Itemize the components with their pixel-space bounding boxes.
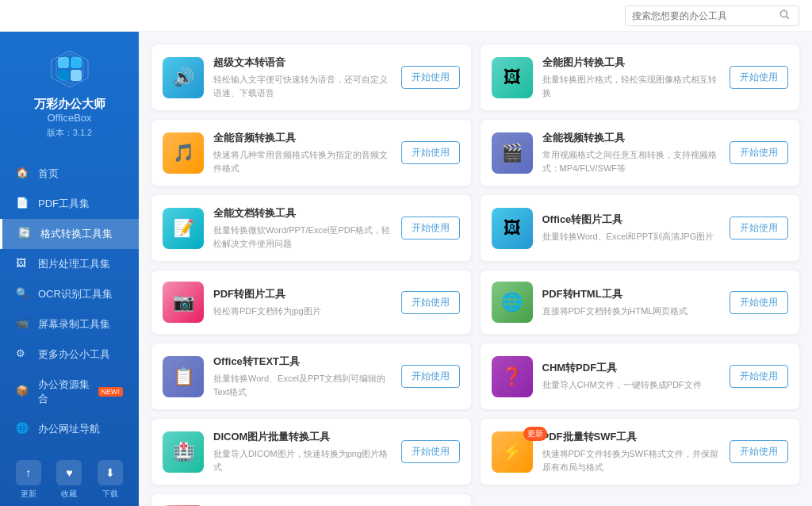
use-button-text-to-speech[interactable]: 开始使用: [401, 66, 460, 89]
nav-label-image: 图片处理工具集: [38, 257, 110, 271]
sidebar-item-format[interactable]: 🔄 格式转换工具集: [0, 219, 139, 249]
tool-name-audio-convert: 全能音频转换工具: [213, 131, 393, 145]
tool-info-office-to-text: Office转TEXT工具 批量转换Word、Excel及PPT文档到可编辑的T…: [213, 355, 393, 398]
tool-info-audio-convert: 全能音频转换工具 快速将几种常用音频格式转换为指定的音频文件格式: [213, 131, 393, 174]
use-button-pdf-to-html[interactable]: 开始使用: [730, 291, 788, 314]
tool-desc-pdf-to-image: 轻松将PDF文档转为jpg图片: [213, 305, 393, 318]
tool-card-image-convert: 🖼 全能图片转换工具 批量转换图片格式，轻松实现图像格式相互转换 开始使用: [480, 44, 801, 111]
nav-menu: 🏠 首页 📄 PDF工具集 🔄 格式转换工具集 🖼 图片处理工具集 🔍 OCR识…: [0, 151, 139, 452]
sidebar-bottom: ↑ 更新 ♥ 收藏 ⬇ 下载: [0, 452, 139, 506]
sidebar-item-more[interactable]: ⚙ 更多办公小工具: [0, 339, 139, 370]
nav-label-nav: 办公网址导航: [38, 422, 100, 436]
content-area[interactable]: 🔊 超级文本转语音 轻松输入文字便可快速转为语音，还可自定义语速、下载语音 开始…: [139, 32, 812, 506]
tool-card-chm-to-pdf: ❓ CHM转PDF工具 批量导入CHM文件，一键转换成PDF文件 开始使用: [480, 343, 801, 410]
tool-card-office-to-text: 📋 Office转TEXT工具 批量转换Word、Excel及PPT文档到可编辑…: [151, 343, 472, 410]
use-button-dicom-convert[interactable]: 开始使用: [401, 440, 460, 463]
tool-card-dicom-convert: 🏥 DICOM图片批量转换工具 批量导入DICOM图片，快速转换为png图片格式…: [151, 418, 472, 485]
use-button-audio-convert[interactable]: 开始使用: [401, 141, 460, 164]
download-icon: ⬇: [98, 460, 123, 485]
tool-name-pdf-to-html: PDF转HTML工具: [542, 287, 722, 301]
nav-label-resource: 办公资源集合: [38, 378, 95, 406]
use-button-doc-convert[interactable]: 开始使用: [401, 217, 460, 240]
app-logo: [48, 48, 91, 90]
tool-name-office-to-text: Office转TEXT工具: [213, 355, 393, 369]
tool-desc-audio-convert: 快速将几种常用音频格式转换为指定的音频文件格式: [213, 148, 393, 174]
tool-thumb-audio-convert: 🎵: [163, 132, 204, 174]
tool-name-office-to-image: Office转图片工具: [542, 213, 722, 227]
version-label: 版本：3.1.2: [47, 127, 92, 139]
resource-icon: 📦: [16, 385, 30, 399]
logo-area: 万彩办公大师 OfficeBox 版本：3.1.2: [0, 32, 139, 151]
tool-card-pdf-to-html: 🌐 PDF转HTML工具 直接将PDF文档转换为HTML网页格式 开始使用: [480, 270, 801, 335]
tool-info-image-convert: 全能图片转换工具 批量转换图片格式，轻松实现图像格式相互转换: [542, 56, 722, 99]
tool-name-image-convert: 全能图片转换工具: [542, 56, 722, 70]
svg-point-0: [780, 10, 787, 17]
tool-thumb-image-convert: 🖼: [492, 57, 533, 98]
pdf-icon: 📄: [16, 197, 30, 211]
svg-rect-5: [58, 70, 69, 81]
tool-info-pdf-to-swf: PDF批量转SWF工具 快速将PDF文件转换为SWF格式文件，并保留原有布局与格…: [542, 430, 722, 473]
use-button-chm-to-pdf[interactable]: 开始使用: [730, 365, 788, 388]
tool-desc-image-convert: 批量转换图片格式，轻松实现图像格式相互转换: [542, 73, 722, 99]
svg-marker-2: [52, 51, 88, 87]
download-button[interactable]: ⬇ 下载: [98, 460, 123, 500]
search-input[interactable]: [632, 10, 779, 21]
use-button-image-convert[interactable]: 开始使用: [730, 66, 788, 89]
tool-thumb-doc-convert: 📝: [163, 208, 204, 249]
nav-icon: 🌐: [16, 422, 30, 436]
svg-rect-3: [58, 57, 69, 68]
sidebar-item-pdf[interactable]: 📄 PDF工具集: [0, 189, 139, 219]
use-button-pdf-to-swf[interactable]: 开始使用: [730, 440, 788, 463]
tool-thumb-office-to-image: 🖼: [492, 208, 533, 249]
nav-label-home: 首页: [38, 167, 59, 181]
svg-line-1: [787, 16, 789, 18]
tool-info-pdf-to-html: PDF转HTML工具 直接将PDF文档转换为HTML网页格式: [542, 287, 722, 318]
search-box[interactable]: [625, 6, 799, 26]
bottom-buttons: ↑ 更新 ♥ 收藏 ⬇ 下载: [8, 460, 131, 500]
tool-desc-pdf-to-swf: 快速将PDF文件转换为SWF格式文件，并保留原有布局与格式: [542, 447, 722, 473]
tool-thumb-text-to-speech: 🔊: [163, 57, 204, 98]
update-button[interactable]: ↑ 更新: [16, 460, 41, 500]
tool-name-text-to-speech: 超级文本转语音: [213, 56, 393, 70]
sidebar-item-home[interactable]: 🏠 首页: [0, 159, 139, 189]
tool-name-video-convert: 全能视频转换工具: [542, 131, 722, 145]
tool-desc-pdf-to-html: 直接将PDF文档转换为HTML网页格式: [542, 305, 722, 318]
screen-icon: 📹: [16, 317, 30, 332]
update-badge: 更新: [523, 427, 547, 441]
tool-info-chm-to-pdf: CHM转PDF工具 批量导入CHM文件，一键转换成PDF文件: [542, 361, 722, 392]
use-button-office-to-text[interactable]: 开始使用: [401, 365, 460, 388]
search-icon[interactable]: [779, 9, 790, 23]
update-icon: ↑: [16, 460, 41, 485]
sidebar-item-screen[interactable]: 📹 屏幕录制工具集: [0, 309, 139, 339]
tool-info-dicom-convert: DICOM图片批量转换工具 批量导入DICOM图片，快速转换为png图片格式: [213, 430, 393, 473]
sidebar-item-nav[interactable]: 🌐 办公网址导航: [0, 414, 139, 444]
collect-button[interactable]: ♥ 收藏: [56, 460, 82, 500]
sidebar-item-resource[interactable]: 📦 办公资源集合 NEW!: [0, 370, 139, 414]
sidebar-item-image[interactable]: 🖼 图片处理工具集: [0, 249, 139, 279]
new-badge: NEW!: [98, 387, 124, 397]
tool-name-pdf-to-swf: PDF批量转SWF工具: [542, 430, 722, 444]
use-button-video-convert[interactable]: 开始使用: [730, 141, 788, 164]
home-icon: 🏠: [16, 167, 30, 181]
tool-card-video-convert: 🎬 全能视频转换工具 常用视频格式之间任意互相转换，支持视频格式：MP4/FLV…: [480, 119, 801, 186]
nav-label-pdf: PDF工具集: [38, 197, 90, 211]
tool-card-pdf-to-swf: ⚡ 更新 PDF批量转SWF工具 快速将PDF文件转换为SWF格式文件，并保留原…: [480, 418, 801, 485]
use-button-pdf-to-image[interactable]: 开始使用: [401, 291, 460, 314]
image-icon: 🖼: [16, 257, 30, 271]
header: [0, 0, 812, 32]
app-name-cn: 万彩办公大师: [34, 97, 105, 112]
update-label: 更新: [21, 489, 36, 500]
nav-label-ocr: OCR识别工具集: [38, 287, 113, 301]
app-name-en: OfficeBox: [47, 112, 91, 124]
tool-desc-office-to-text: 批量转换Word、Excel及PPT文档到可编辑的Text格式: [213, 372, 393, 398]
sidebar-item-ocr[interactable]: 🔍 OCR识别工具集: [0, 279, 139, 309]
tool-name-pdf-to-image: PDF转图片工具: [213, 287, 393, 301]
tool-desc-doc-convert: 批量转换微软Word/PPT/Excel至PDF格式，轻松解决文件使用问题: [213, 224, 393, 250]
tool-thumb-dicom-convert: 🏥: [163, 431, 204, 473]
tool-info-video-convert: 全能视频转换工具 常用视频格式之间任意互相转换，支持视频格式：MP4/FLV/S…: [542, 131, 722, 174]
use-button-office-to-image[interactable]: 开始使用: [730, 217, 788, 240]
tool-thumb-office-to-text: 📋: [163, 356, 204, 397]
tool-thumb-pdf-to-image: 📷: [163, 282, 204, 323]
tool-card-office-to-image: 🖼 Office转图片工具 批量转换Word、Excel和PPT到高清JPG图片…: [480, 194, 801, 262]
tool-card-doc-convert: 📝 全能文档转换工具 批量转换微软Word/PPT/Excel至PDF格式，轻松…: [151, 194, 472, 262]
